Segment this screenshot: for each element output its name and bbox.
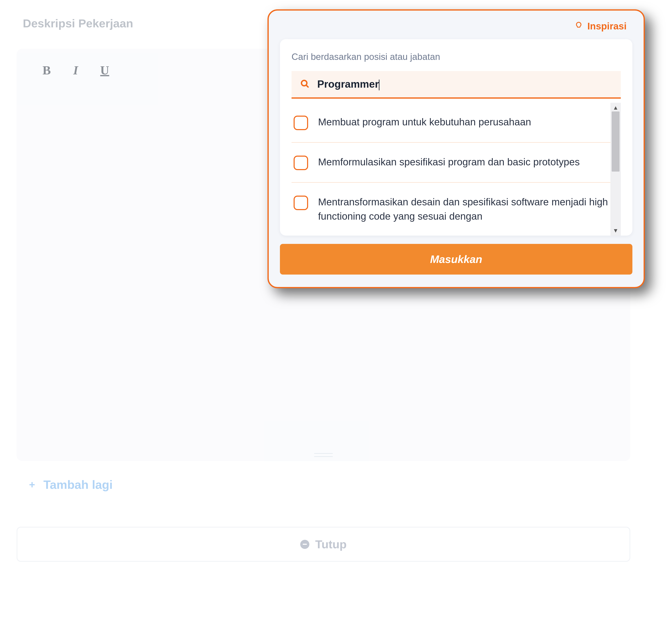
checkbox[interactable] bbox=[294, 156, 308, 170]
inspiration-popover: Inspirasi Cari berdasarkan posisi atau j… bbox=[267, 9, 645, 288]
result-item[interactable]: Memformulasikan spesifikasi program dan … bbox=[291, 143, 610, 183]
scroll-up-icon[interactable]: ▲ bbox=[612, 104, 619, 111]
results-container: Membuat program untuk kebutuhan perusaha… bbox=[291, 103, 621, 235]
plus-icon: + bbox=[29, 479, 35, 491]
resize-handle[interactable] bbox=[314, 453, 333, 457]
scrollbar[interactable]: ▲ ▼ bbox=[610, 103, 621, 235]
results-list: Membuat program untuk kebutuhan perusaha… bbox=[291, 103, 610, 235]
inspiration-label: Inspirasi bbox=[587, 21, 627, 32]
inspiration-header[interactable]: Inspirasi bbox=[280, 21, 632, 39]
checkbox[interactable] bbox=[294, 116, 308, 130]
italic-button[interactable]: I bbox=[71, 63, 81, 77]
scroll-track[interactable] bbox=[610, 111, 621, 227]
result-text: Mentransformasikan desain dan spesifikas… bbox=[318, 195, 608, 224]
close-button[interactable]: Tutup bbox=[17, 527, 630, 562]
checkbox[interactable] bbox=[294, 196, 308, 210]
search-input[interactable]: Programmer bbox=[317, 78, 613, 90]
scroll-thumb[interactable] bbox=[612, 111, 620, 172]
minus-circle-icon bbox=[300, 540, 309, 549]
add-more-label: Tambah lagi bbox=[43, 478, 113, 491]
svg-line-1 bbox=[306, 85, 308, 87]
search-field[interactable]: Programmer bbox=[291, 71, 621, 99]
text-caret bbox=[379, 80, 380, 90]
close-label: Tutup bbox=[315, 537, 346, 551]
result-text: Membuat program untuk kebutuhan perusaha… bbox=[318, 115, 531, 129]
submit-button[interactable]: Masukkan bbox=[280, 244, 632, 275]
bold-button[interactable]: B bbox=[42, 63, 52, 77]
result-item[interactable]: Membuat program untuk kebutuhan perusaha… bbox=[291, 103, 610, 143]
lightbulb-icon bbox=[574, 21, 583, 31]
scroll-down-icon[interactable]: ▼ bbox=[612, 227, 619, 234]
search-card: Cari berdasarkan posisi atau jabatan Pro… bbox=[280, 39, 632, 235]
search-icon bbox=[300, 79, 310, 90]
search-instruction: Cari berdasarkan posisi atau jabatan bbox=[291, 52, 621, 62]
add-more-button[interactable]: + Tambah lagi bbox=[29, 478, 655, 491]
underline-button[interactable]: U bbox=[99, 63, 110, 77]
result-item[interactable]: Mentransformasikan desain dan spesifikas… bbox=[291, 183, 610, 235]
result-text: Memformulasikan spesifikasi program dan … bbox=[318, 155, 580, 169]
